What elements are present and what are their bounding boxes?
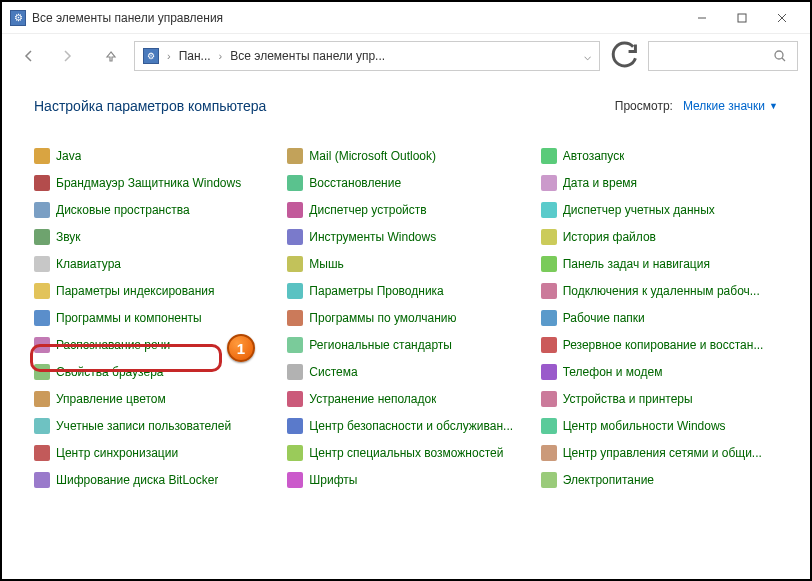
up-button[interactable] (96, 41, 126, 71)
view-selector: Просмотр: Мелкие значки ▼ (615, 99, 778, 113)
item-label: Mail (Microsoft Outlook) (309, 149, 436, 163)
heading-row: Настройка параметров компьютера Просмотр… (2, 78, 810, 124)
control-panel-item[interactable]: Устройства и принтеры (541, 385, 778, 412)
internet-options-icon (34, 364, 50, 380)
breadcrumb-root[interactable]: Пан... (179, 49, 211, 63)
titlebar: ⚙ Все элементы панели управления (2, 2, 810, 34)
minimize-icon (697, 13, 707, 23)
control-panel-item[interactable]: Параметры индексирования (34, 277, 271, 304)
item-label: История файлов (563, 230, 656, 244)
item-label: Рабочие папки (563, 311, 645, 325)
control-panel-item[interactable]: Устранение неполадок (287, 385, 524, 412)
indexing-icon (34, 283, 50, 299)
control-panel-item[interactable]: Рабочие папки (541, 304, 778, 331)
item-label: Клавиатура (56, 257, 121, 271)
close-button[interactable] (762, 4, 802, 32)
control-panel-item[interactable]: Параметры Проводника (287, 277, 524, 304)
control-panel-item[interactable]: Резервное копирование и восстан... (541, 331, 778, 358)
minimize-button[interactable] (682, 4, 722, 32)
svg-line-5 (782, 58, 785, 61)
svg-rect-1 (738, 14, 746, 22)
autoplay-icon (541, 148, 557, 164)
control-panel-item[interactable]: Управление цветом (34, 385, 271, 412)
maximize-icon (737, 13, 747, 23)
item-label: Диспетчер устройств (309, 203, 426, 217)
control-panel-item[interactable]: Дисковые пространства (34, 196, 271, 223)
control-panel-item[interactable]: Клавиатура (34, 250, 271, 277)
item-label: Электропитание (563, 473, 654, 487)
control-panel-item[interactable]: Центр безопасности и обслуживан... (287, 412, 524, 439)
item-label: Устранение неполадок (309, 392, 436, 406)
chevron-down-icon[interactable]: ⌵ (584, 49, 591, 63)
item-label: Телефон и модем (563, 365, 663, 379)
network-center-icon (541, 445, 557, 461)
control-panel-items: JavaБрандмауэр Защитника WindowsДисковые… (2, 124, 810, 513)
arrow-right-icon (60, 49, 74, 63)
control-panel-item[interactable]: Дата и время (541, 169, 778, 196)
breadcrumb-current[interactable]: Все элементы панели упр... (230, 49, 385, 63)
control-panel-item[interactable]: Диспетчер учетных данных (541, 196, 778, 223)
sync-center-icon (34, 445, 50, 461)
control-panel-item[interactable]: Центр мобильности Windows (541, 412, 778, 439)
item-label: Устройства и принтеры (563, 392, 693, 406)
nav-row: ⚙ › Пан... › Все элементы панели упр... … (2, 34, 810, 78)
control-panel-item[interactable]: Mail (Microsoft Outlook) (287, 142, 524, 169)
control-panel-item[interactable]: Панель задач и навигация (541, 250, 778, 277)
items-column: JavaБрандмауэр Защитника WindowsДисковые… (34, 142, 271, 493)
control-panel-icon: ⚙ (10, 10, 26, 26)
control-panel-item[interactable]: Учетные записи пользователей (34, 412, 271, 439)
item-label: Распознавание речи (56, 338, 170, 352)
control-panel-item[interactable]: Мышь (287, 250, 524, 277)
speech-icon (34, 337, 50, 353)
item-label: Учетные записи пользователей (56, 419, 231, 433)
control-panel-item[interactable]: Подключения к удаленным рабоч... (541, 277, 778, 304)
mail-icon (287, 148, 303, 164)
forward-button[interactable] (52, 41, 82, 71)
control-panel-item[interactable]: Система (287, 358, 524, 385)
control-panel-item[interactable]: Программы и компоненты (34, 304, 271, 331)
page-title: Настройка параметров компьютера (34, 98, 266, 114)
control-panel-item[interactable]: Центр управления сетями и общи... (541, 439, 778, 466)
control-panel-item[interactable]: Региональные стандарты (287, 331, 524, 358)
control-panel-item[interactable]: Автозапуск (541, 142, 778, 169)
item-label: Центр мобильности Windows (563, 419, 726, 433)
maximize-button[interactable] (722, 4, 762, 32)
window-title: Все элементы панели управления (32, 11, 223, 25)
chevron-right-icon: › (167, 50, 171, 62)
firewall-icon (34, 175, 50, 191)
control-panel-item[interactable]: Инструменты Windows (287, 223, 524, 250)
mobility-center-icon (541, 418, 557, 434)
accessibility-icon (287, 445, 303, 461)
explorer-options-icon (287, 283, 303, 299)
control-panel-item[interactable]: Восстановление (287, 169, 524, 196)
control-panel-item[interactable]: Звук (34, 223, 271, 250)
fonts-icon (287, 472, 303, 488)
devices-printers-icon (541, 391, 557, 407)
storage-spaces-icon (34, 202, 50, 218)
arrow-up-icon (104, 49, 118, 63)
power-options-icon (541, 472, 557, 488)
phone-modem-icon (541, 364, 557, 380)
back-button[interactable] (14, 41, 44, 71)
search-box[interactable] (648, 41, 798, 71)
item-label: Региональные стандарты (309, 338, 452, 352)
control-panel-item[interactable]: Свойства браузера (34, 358, 271, 385)
programs-features-icon (34, 310, 50, 326)
control-panel-item[interactable]: Шифрование диска BitLocker (34, 466, 271, 493)
address-bar[interactable]: ⚙ › Пан... › Все элементы панели упр... … (134, 41, 600, 71)
control-panel-item[interactable]: Диспетчер устройств (287, 196, 524, 223)
user-accounts-icon (34, 418, 50, 434)
control-panel-item[interactable]: История файлов (541, 223, 778, 250)
control-panel-item[interactable]: Шрифты (287, 466, 524, 493)
control-panel-item[interactable]: Java (34, 142, 271, 169)
view-mode-dropdown[interactable]: Мелкие значки ▼ (683, 99, 778, 113)
control-panel-item[interactable]: Электропитание (541, 466, 778, 493)
refresh-button[interactable] (608, 41, 640, 71)
control-panel-item[interactable]: Программы по умолчанию (287, 304, 524, 331)
control-panel-item[interactable]: Центр специальных возможностей (287, 439, 524, 466)
control-panel-item[interactable]: Центр синхронизации (34, 439, 271, 466)
control-panel-item[interactable]: Брандмауэр Защитника Windows (34, 169, 271, 196)
step-badge: 1 (227, 334, 255, 362)
item-label: Управление цветом (56, 392, 166, 406)
control-panel-item[interactable]: Телефон и модем (541, 358, 778, 385)
